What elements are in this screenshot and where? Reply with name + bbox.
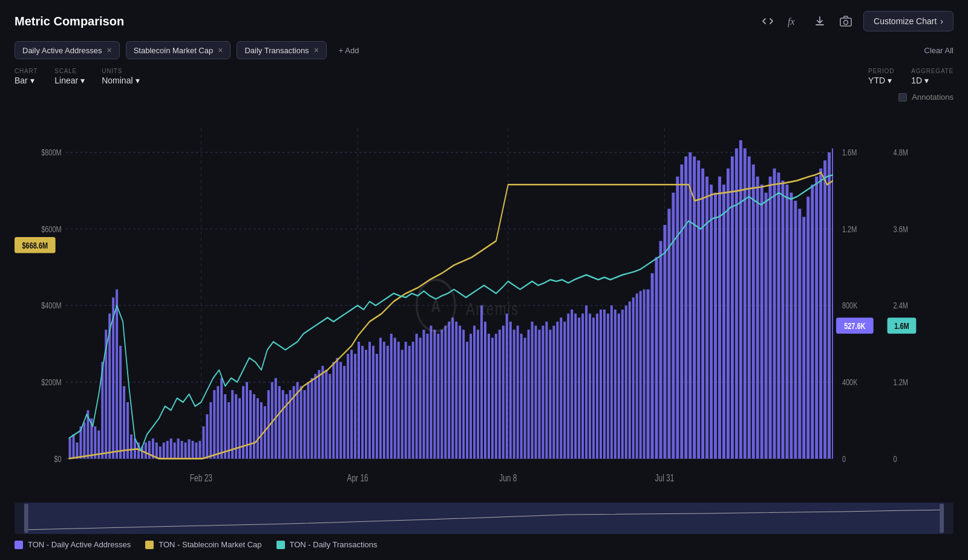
header-row: Metric Comparison fx [15, 11, 953, 31]
svg-rect-204 [765, 193, 768, 459]
svg-text:1.6M: 1.6M [894, 321, 909, 331]
tag-daa-label: Daily Active Addresses [22, 46, 102, 55]
svg-rect-230 [636, 293, 638, 458]
tag-smc-close[interactable]: × [218, 45, 223, 55]
svg-rect-121 [405, 342, 407, 458]
svg-rect-175 [600, 310, 602, 459]
svg-rect-141 [477, 330, 479, 458]
formula-icon-btn[interactable]: fx [785, 13, 803, 30]
svg-rect-45 [130, 434, 132, 458]
svg-text:Apr 16: Apr 16 [347, 472, 368, 483]
svg-rect-68 [213, 390, 215, 458]
svg-rect-183 [676, 177, 679, 458]
svg-rect-179 [659, 241, 662, 459]
legend-item-dt: TON - Daily Transactions [276, 540, 378, 549]
svg-rect-192 [714, 193, 717, 459]
svg-rect-167 [571, 310, 573, 459]
svg-rect-115 [383, 342, 385, 458]
svg-rect-215 [811, 184, 814, 458]
scale-chevron: ▾ [80, 76, 85, 85]
svg-rect-171 [585, 305, 587, 458]
svg-rect-173 [592, 317, 595, 458]
svg-rect-196 [731, 157, 734, 459]
svg-rect-228 [629, 302, 631, 459]
legend-label-daa: TON - Daily Active Addresses [28, 540, 131, 549]
svg-text:Feb 23: Feb 23 [190, 472, 212, 483]
svg-rect-132 [444, 325, 446, 458]
svg-rect-61 [188, 439, 191, 458]
svg-rect-133 [448, 322, 450, 459]
svg-rect-218 [823, 160, 826, 458]
svg-rect-135 [455, 322, 457, 459]
aggregate-chevron: ▾ [924, 76, 929, 85]
svg-rect-94 [307, 382, 310, 459]
svg-rect-185 [684, 157, 687, 459]
annotations-label: Annotations [912, 93, 953, 102]
svg-rect-127 [426, 334, 428, 459]
svg-rect-138 [466, 342, 468, 458]
svg-rect-58 [177, 438, 180, 458]
svg-rect-123 [412, 342, 414, 458]
svg-rect-214 [806, 197, 809, 458]
svg-rect-162 [552, 325, 555, 458]
svg-rect-189 [701, 169, 704, 459]
svg-rect-217 [819, 169, 822, 459]
svg-rect-106 [350, 350, 353, 458]
add-metric-button[interactable]: + Add [333, 42, 365, 59]
svg-rect-224 [614, 310, 616, 459]
svg-rect-108 [358, 342, 360, 458]
tag-daa-close[interactable]: × [107, 45, 112, 55]
svg-rect-28 [69, 438, 71, 458]
code-icon-btn[interactable] [759, 13, 776, 30]
svg-rect-137 [462, 330, 465, 458]
svg-rect-194 [722, 184, 725, 458]
scale-select[interactable]: Linear ▾ [54, 76, 85, 85]
tag-dt-close[interactable]: × [314, 45, 319, 55]
svg-rect-177 [651, 273, 654, 459]
chart-select[interactable]: Bar ▾ [15, 76, 38, 85]
svg-rect-60 [185, 443, 187, 459]
svg-rect-109 [361, 346, 364, 459]
svg-rect-55 [166, 441, 169, 458]
svg-rect-184 [680, 164, 683, 458]
download-icon-btn[interactable] [811, 13, 828, 30]
svg-rect-248 [24, 504, 28, 533]
svg-text:527.6K: 527.6K [844, 321, 866, 331]
svg-text:Jun 8: Jun 8 [499, 472, 517, 483]
clear-all-button[interactable]: Clear All [924, 46, 953, 55]
minimap[interactable] [15, 503, 953, 534]
svg-rect-52 [155, 443, 158, 459]
svg-rect-190 [705, 177, 708, 458]
svg-rect-170 [581, 313, 584, 458]
svg-rect-195 [727, 169, 730, 459]
svg-rect-143 [484, 322, 486, 459]
svg-rect-126 [423, 330, 425, 458]
legend-label-dt: TON - Daily Transactions [290, 540, 378, 549]
tag-dt: Daily Transactions × [237, 41, 326, 59]
svg-rect-93 [304, 390, 306, 458]
svg-rect-112 [372, 346, 374, 459]
svg-rect-136 [459, 325, 461, 458]
svg-rect-105 [347, 354, 349, 458]
svg-rect-78 [249, 390, 252, 458]
svg-rect-193 [718, 177, 721, 458]
svg-rect-79 [253, 394, 255, 459]
period-select[interactable]: YTD ▾ [868, 76, 894, 85]
svg-rect-77 [246, 382, 248, 459]
svg-text:2.4M: 2.4M [894, 301, 908, 311]
legend-item-daa: TON - Daily Active Addresses [15, 540, 131, 549]
units-select[interactable]: Nominal ▾ [102, 76, 139, 85]
svg-rect-62 [191, 441, 194, 458]
annotations-checkbox[interactable] [898, 93, 907, 102]
svg-text:$800M: $800M [41, 148, 61, 158]
units-control: UNITS Nominal ▾ [102, 68, 139, 85]
svg-rect-59 [181, 441, 183, 458]
customize-chart-button[interactable]: Customize Chart › [863, 11, 953, 31]
aggregate-select[interactable]: 1D ▾ [911, 76, 953, 85]
camera-icon-btn[interactable] [837, 13, 855, 30]
svg-rect-174 [596, 313, 598, 458]
svg-rect-153 [520, 334, 523, 459]
svg-text:$200M: $200M [41, 377, 61, 387]
svg-rect-213 [802, 217, 805, 459]
svg-rect-221 [603, 310, 606, 459]
